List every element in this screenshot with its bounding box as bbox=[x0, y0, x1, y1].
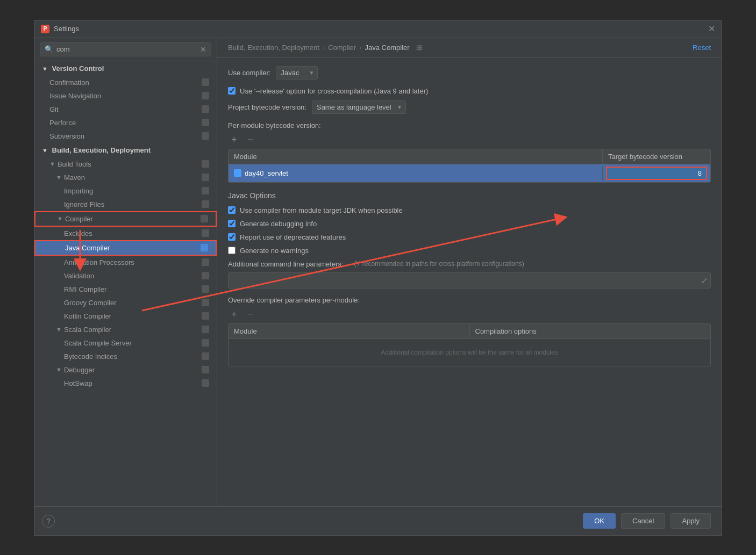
javac-option-3: Generate no warnings bbox=[228, 247, 711, 255]
remove-module-button[interactable]: − bbox=[245, 134, 257, 146]
search-clear-icon[interactable]: ✕ bbox=[200, 45, 206, 54]
item-icon-compiler bbox=[201, 215, 208, 222]
search-input[interactable] bbox=[56, 45, 197, 53]
javac-checkbox-3[interactable] bbox=[228, 247, 236, 254]
item-icon-perforce bbox=[202, 119, 209, 126]
item-icon-git bbox=[202, 105, 209, 113]
module-folder-icon bbox=[234, 169, 241, 177]
sidebar-item-hotswap[interactable]: HotSwap bbox=[34, 377, 217, 390]
breadcrumb-bookmark-icon: ⊞ bbox=[416, 44, 422, 52]
search-box: 🔍 ✕ bbox=[34, 38, 217, 61]
cmd-expand-button[interactable]: ⤢ bbox=[701, 276, 708, 285]
settings-panel: Use compiler: Javac Eclipse Ajc ▼ Use '-… bbox=[217, 57, 722, 506]
javac-option-2: Report use of deprecated features bbox=[228, 233, 711, 241]
item-icon-scala-server bbox=[202, 339, 209, 347]
sidebar-item-ignored-files[interactable]: Ignored Files bbox=[34, 198, 217, 211]
expand-icon-compiler: ▼ bbox=[57, 215, 63, 222]
javac-label-2: Report use of deprecated features bbox=[240, 233, 346, 241]
sidebar-item-scala-compiler[interactable]: ▼ Scala Compiler bbox=[34, 323, 217, 336]
add-module-button[interactable]: + bbox=[228, 134, 240, 146]
per-module-table-header: Module Target bytecode version bbox=[229, 149, 710, 164]
use-compiler-label: Use compiler: bbox=[228, 69, 270, 77]
add-override-button[interactable]: + bbox=[228, 308, 240, 320]
item-icon-ignored-files bbox=[202, 200, 209, 208]
col-target-header: Target bytecode version bbox=[603, 149, 710, 164]
sidebar-item-scala-compile-server[interactable]: Scala Compile Server bbox=[34, 336, 217, 350]
sidebar-item-excludes[interactable]: Excludes bbox=[34, 227, 217, 240]
sidebar-item-bytecode-indices[interactable]: Bytecode Indices bbox=[34, 350, 217, 363]
module-table-row: day40_servlet bbox=[229, 164, 710, 182]
expand-icon-scala: ▼ bbox=[56, 326, 62, 333]
item-icon-debugger bbox=[202, 366, 209, 373]
compiler-row: Use compiler: Javac Eclipse Ajc ▼ bbox=[228, 66, 711, 80]
javac-option-1: Generate debugging info bbox=[228, 220, 711, 228]
javac-checkbox-0[interactable] bbox=[228, 206, 236, 214]
release-option-label: Use '--release' option for cross-compila… bbox=[240, 87, 428, 95]
sidebar-section-build[interactable]: ▼ Build, Execution, Deployment bbox=[34, 143, 217, 157]
close-button[interactable]: ✕ bbox=[708, 25, 715, 33]
help-button[interactable]: ? bbox=[42, 515, 55, 528]
remove-override-button[interactable]: − bbox=[245, 308, 257, 320]
item-icon-confirmation bbox=[202, 78, 209, 86]
sidebar-item-groovy-compiler[interactable]: Groovy Compiler bbox=[34, 296, 217, 309]
expand-icon-maven: ▼ bbox=[56, 174, 62, 181]
bottom-bar: OK Cancel Apply bbox=[34, 506, 722, 535]
breadcrumb: Build, Execution, Deployment › Compiler … bbox=[228, 44, 422, 52]
sidebar-item-validation[interactable]: Validation bbox=[34, 269, 217, 283]
sidebar-item-importing[interactable]: Importing bbox=[34, 184, 217, 198]
override-section-title: Override compiler parameters per-module: bbox=[228, 296, 711, 304]
cmd-input[interactable] bbox=[228, 272, 711, 289]
breadcrumb-sep-2: › bbox=[359, 44, 361, 52]
sidebar-item-rmi-compiler[interactable]: RMI Compiler bbox=[34, 283, 217, 296]
sidebar-section-version-control[interactable]: ▼ Version Control bbox=[34, 61, 217, 76]
item-icon-validation bbox=[202, 272, 209, 279]
target-cell[interactable] bbox=[603, 164, 710, 182]
title-bar-left: P Settings bbox=[41, 25, 79, 33]
sidebar-item-maven[interactable]: ▼ Maven bbox=[34, 171, 217, 184]
apply-button[interactable]: Apply bbox=[671, 513, 711, 529]
item-icon-annotation bbox=[202, 258, 209, 266]
override-table-body: Additional compilation options will be t… bbox=[229, 339, 710, 366]
sidebar-item-issue-navigation[interactable]: Issue Navigation bbox=[34, 89, 217, 103]
cmd-params-label: Additional command line parameters: bbox=[228, 260, 344, 268]
sidebar-item-confirmation[interactable]: Confirmation bbox=[34, 76, 217, 89]
sidebar-item-perforce[interactable]: Perforce bbox=[34, 116, 217, 129]
javac-checkbox-1[interactable] bbox=[228, 220, 236, 227]
project-bytecode-row: Project bytecode version: Same as langua… bbox=[228, 100, 711, 114]
javac-options-title: Javac Options bbox=[228, 191, 711, 200]
breadcrumb-build: Build, Execution, Deployment bbox=[228, 44, 319, 52]
sidebar-item-kotlin-compiler[interactable]: Kotlin Compiler bbox=[34, 309, 217, 323]
item-icon-java-compiler bbox=[201, 244, 208, 251]
target-version-input[interactable] bbox=[606, 167, 707, 180]
ok-button[interactable]: OK bbox=[583, 513, 616, 529]
sidebar-item-git[interactable]: Git bbox=[34, 103, 217, 116]
item-icon-subversion bbox=[202, 132, 209, 140]
javac-option-0: Use compiler from module target JDK when… bbox=[228, 206, 711, 214]
sidebar-item-subversion[interactable]: Subversion bbox=[34, 129, 217, 143]
javac-checkbox-2[interactable] bbox=[228, 233, 236, 241]
override-table: Module Compilation options Additional co… bbox=[228, 323, 711, 366]
compiler-select[interactable]: Javac Eclipse Ajc bbox=[276, 66, 318, 80]
cancel-button[interactable]: Cancel bbox=[621, 513, 665, 529]
sidebar-item-annotation-processors[interactable]: Annotation Processors bbox=[34, 256, 217, 269]
item-icon-build-tools bbox=[202, 160, 209, 168]
sidebar: 🔍 ✕ ▼ Version Control Confirmation Issue… bbox=[34, 38, 217, 506]
expand-icon-build: ▼ bbox=[42, 147, 48, 154]
release-option-row: Use '--release' option for cross-compila… bbox=[228, 87, 711, 95]
per-module-table: Module Target bytecode version day40_ser… bbox=[228, 149, 711, 183]
cmd-params-row: Additional command line parameters: ('/'… bbox=[228, 260, 711, 268]
sidebar-item-debugger[interactable]: ▼ Debugger bbox=[34, 363, 217, 377]
reset-button[interactable]: Reset bbox=[693, 44, 711, 52]
sidebar-item-compiler[interactable]: ▼ Compiler bbox=[34, 211, 217, 227]
main-content: Build, Execution, Deployment › Compiler … bbox=[217, 38, 722, 506]
title-bar: P Settings ✕ bbox=[34, 20, 722, 38]
override-add-remove-bar: + − bbox=[228, 308, 711, 320]
release-option-checkbox[interactable] bbox=[228, 87, 236, 95]
sidebar-item-java-compiler[interactable]: Java Compiler bbox=[34, 240, 217, 256]
dialog-title: Settings bbox=[54, 25, 79, 33]
project-bytecode-label: Project bytecode version: bbox=[228, 103, 306, 111]
sidebar-item-build-tools[interactable]: ▼ Build Tools bbox=[34, 157, 217, 171]
override-col-module-header: Module bbox=[229, 324, 470, 338]
project-bytecode-select[interactable]: Same as language level 8 11 17 bbox=[312, 100, 406, 114]
javac-label-3: Generate no warnings bbox=[240, 247, 309, 255]
